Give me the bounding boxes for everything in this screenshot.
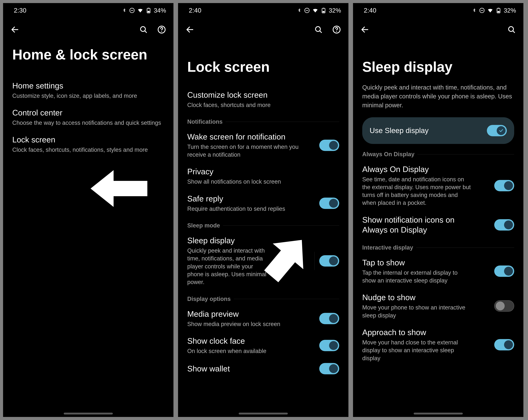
section-notifications: Notifications	[187, 113, 339, 128]
item-home-settings[interactable]: Home settings Customize style, icon size…	[12, 77, 164, 104]
search-button[interactable]	[507, 25, 516, 34]
dnd-icon	[129, 7, 135, 13]
item-lock-screen[interactable]: Lock screen Clock faces, shortcuts, noti…	[12, 131, 164, 158]
toggle-wake-screen[interactable]	[319, 140, 339, 151]
item-tap-to-show[interactable]: Tap to showTap the internal or external …	[362, 254, 514, 289]
svg-rect-13	[323, 8, 324, 8]
svg-rect-14	[323, 11, 324, 12]
item-wake-screen[interactable]: Wake screen for notificationTurn the scr…	[187, 128, 339, 163]
svg-rect-3	[148, 8, 149, 8]
item-always-on-display[interactable]: Always On DisplaySee time, date and noti…	[362, 160, 514, 211]
toggle-tap-to-show[interactable]	[494, 265, 514, 277]
bluetooth-icon	[122, 8, 127, 13]
item-title: Approach to show	[362, 328, 490, 337]
page-title: Lock screen	[178, 40, 348, 86]
phone-screen-2: 2:40 32% Lock screen Customize lock scre…	[178, 3, 348, 417]
item-show-wallet[interactable]: Show wallet	[187, 359, 339, 378]
battery-icon	[495, 7, 502, 13]
item-title: Show wallet	[187, 364, 315, 374]
page-title: Home & lock screen	[3, 40, 173, 77]
phone-screen-3: 2:40 32% Sleep display Quickly peek and …	[353, 3, 523, 417]
toggle-sleep-display[interactable]	[319, 255, 339, 267]
item-subtitle: Tap the internal or external display to …	[362, 269, 473, 285]
section-interactive-display: Interactive display	[362, 239, 514, 254]
help-button[interactable]	[332, 25, 341, 34]
status-bar: 2:40 32%	[178, 3, 348, 16]
svg-rect-24	[497, 11, 499, 12]
status-icons: 32%	[472, 7, 516, 14]
nav-handle[interactable]	[414, 413, 463, 414]
battery-percent: 34%	[154, 7, 166, 14]
item-safe-reply[interactable]: Safe replyRequire authentication to send…	[187, 190, 339, 217]
item-title: Show clock face	[187, 336, 315, 346]
item-title: Wake screen for notification	[187, 132, 315, 142]
svg-line-27	[513, 31, 515, 33]
section-display-options: Display options	[187, 290, 339, 305]
toolbar	[3, 16, 173, 40]
toggle-approach-to-show[interactable]	[494, 339, 514, 351]
item-show-notification-icons[interactable]: Show notification icons on Always on Dis…	[362, 211, 514, 239]
item-privacy[interactable]: Privacy Show all notifications on lock s…	[187, 163, 339, 190]
card-use-sleep-display[interactable]: Use Sleep display	[362, 117, 514, 144]
item-title: Always On Display	[362, 164, 490, 174]
status-time: 2:40	[189, 7, 201, 14]
back-button[interactable]	[185, 25, 194, 34]
item-media-preview[interactable]: Media previewShow media preview on lock …	[187, 305, 339, 332]
toggle-always-on-display[interactable]	[494, 180, 514, 191]
status-time: 2:30	[14, 7, 26, 14]
item-sleep-display[interactable]: Sleep displayQuickly peek and interact w…	[187, 232, 339, 290]
status-time: 2:40	[364, 7, 376, 14]
wifi-icon	[487, 7, 493, 13]
divider	[314, 252, 315, 270]
item-show-clock-face[interactable]: Show clock faceOn lock screen when avail…	[187, 332, 339, 359]
item-subtitle: Turn the screen on for a moment when you…	[187, 143, 315, 159]
item-customize-lock-screen[interactable]: Customize lock screen Clock faces, short…	[187, 86, 339, 113]
item-subtitle: Move your hand close to the external dis…	[362, 339, 473, 362]
item-subtitle: Customize style, icon size, app labels, …	[12, 92, 164, 100]
settings-list: Customize lock screen Clock faces, short…	[178, 86, 348, 417]
card-label: Use Sleep display	[370, 126, 482, 135]
toggle-media-preview[interactable]	[319, 313, 339, 324]
page-title: Sleep display	[353, 40, 523, 83]
status-icons: 34%	[122, 7, 166, 14]
svg-rect-4	[147, 11, 149, 12]
svg-rect-23	[498, 8, 499, 8]
item-title: Sleep display	[187, 236, 310, 246]
item-nudge-to-show[interactable]: Nudge to showMove your phone to show an …	[362, 288, 514, 323]
item-title: Tap to show	[362, 258, 490, 268]
wifi-icon	[312, 7, 318, 13]
status-bar: 2:40 32%	[353, 3, 523, 16]
battery-percent: 32%	[329, 7, 341, 14]
item-title: Privacy	[187, 167, 339, 177]
toggle-show-wallet[interactable]	[319, 363, 339, 374]
battery-percent: 32%	[504, 7, 516, 14]
item-approach-to-show[interactable]: Approach to showMove your hand close to …	[362, 323, 514, 366]
item-title: Safe reply	[187, 194, 315, 204]
phone-screen-1: 2:30 34% Home & lock screen Home setting…	[3, 3, 173, 417]
page-description: Quickly peek and interact with time, not…	[362, 83, 514, 114]
search-button[interactable]	[314, 25, 323, 34]
item-subtitle: Move your phone to show an interactive s…	[362, 304, 473, 319]
toggle-show-clock-face[interactable]	[319, 340, 339, 351]
item-subtitle: Choose the way to access notifications a…	[12, 119, 164, 127]
back-button[interactable]	[11, 25, 19, 34]
nav-handle[interactable]	[239, 413, 288, 414]
nav-handle[interactable]	[64, 413, 113, 414]
item-title: Control center	[12, 108, 164, 118]
search-button[interactable]	[139, 25, 148, 34]
battery-icon	[145, 7, 152, 13]
item-subtitle: Show all notifications on lock screen	[187, 178, 339, 186]
dnd-icon	[479, 7, 485, 13]
toggle-nudge-to-show[interactable]	[494, 300, 514, 312]
svg-point-19	[336, 31, 337, 32]
bluetooth-icon	[297, 8, 302, 13]
toggle-show-notification-icons[interactable]	[494, 219, 514, 230]
status-icons: 32%	[297, 7, 341, 14]
help-button[interactable]	[157, 25, 166, 34]
toggle-use-sleep-display[interactable]	[487, 125, 507, 136]
back-button[interactable]	[360, 25, 369, 34]
toggle-safe-reply[interactable]	[319, 198, 339, 209]
item-control-center[interactable]: Control center Choose the way to access …	[12, 104, 164, 131]
toolbar	[178, 16, 348, 40]
bluetooth-icon	[472, 8, 477, 13]
